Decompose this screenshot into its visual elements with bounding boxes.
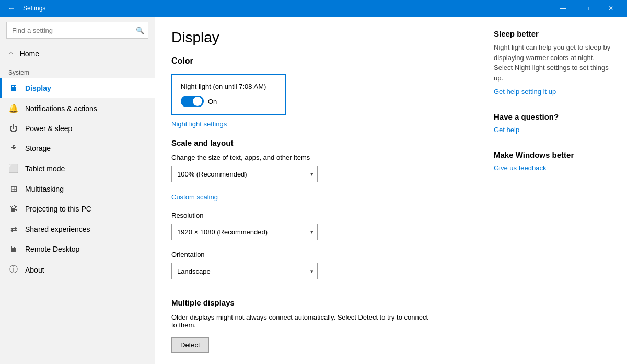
close-button[interactable]: ✕ bbox=[599, 0, 623, 17]
sidebar-item-label-shared: Shared experiences bbox=[25, 225, 90, 233]
night-light-toggle[interactable] bbox=[181, 96, 204, 107]
custom-scaling-link[interactable]: Custom scaling bbox=[171, 193, 218, 201]
shared-icon: ⇄ bbox=[8, 224, 19, 234]
sidebar-item-label-about: About bbox=[25, 266, 44, 274]
orientation-label: Orientation bbox=[171, 251, 464, 259]
scale-field-label: Change the size of text, apps, and other… bbox=[171, 154, 464, 161]
color-section-title: Color bbox=[171, 56, 464, 66]
multitasking-icon: ⊞ bbox=[8, 184, 19, 194]
remote-icon: 🖥 bbox=[8, 244, 19, 254]
titlebar-controls: — □ ✕ bbox=[551, 0, 623, 17]
sidebar-item-projecting[interactable]: 📽 Projecting to this PC bbox=[0, 199, 155, 219]
app-layout: 🔍 ⌂ Home System 🖥 Display 🔔 Notification… bbox=[0, 17, 627, 364]
sidebar-items-list: 🖥 Display 🔔 Notifications & actions ⏻ Po… bbox=[0, 78, 155, 280]
question-section: Have a question? Get help bbox=[494, 112, 614, 134]
sleep-desc: Night light can help you get to sleep by… bbox=[494, 42, 614, 83]
resolution-select-wrap: 1920 × 1080 (Recommended)1600 × 9001280 … bbox=[171, 224, 318, 240]
display-icon: 🖥 bbox=[8, 84, 19, 93]
scale-section-title: Scale and layout bbox=[171, 138, 464, 147]
multiple-displays-title: Multiple displays bbox=[171, 298, 464, 307]
titlebar: ← Settings — □ ✕ bbox=[0, 0, 627, 17]
sidebar-item-multitasking[interactable]: ⊞ Multitasking bbox=[0, 179, 155, 199]
sidebar: 🔍 ⌂ Home System 🖥 Display 🔔 Notification… bbox=[0, 17, 155, 364]
sidebar-item-power[interactable]: ⏻ Power & sleep bbox=[0, 119, 155, 138]
night-light-card: Night light (on until 7:08 AM) On bbox=[171, 74, 286, 115]
titlebar-left: ← Settings bbox=[4, 1, 45, 16]
home-nav-item[interactable]: ⌂ Home bbox=[0, 44, 155, 64]
sidebar-item-about[interactable]: ⓘ About bbox=[0, 259, 155, 280]
sidebar-item-label-storage: Storage bbox=[25, 144, 51, 152]
sleep-link[interactable]: Get help setting it up bbox=[494, 88, 556, 96]
orientation-select-wrap: LandscapePortraitLandscape (flipped)Port… bbox=[171, 263, 318, 279]
sleep-title: Sleep better bbox=[494, 29, 614, 38]
sidebar-item-label-power: Power & sleep bbox=[25, 124, 72, 133]
sidebar-item-display[interactable]: 🖥 Display bbox=[0, 78, 155, 98]
scale-select[interactable]: 100% (Recommended)125%150%175%200% bbox=[171, 166, 318, 182]
question-title: Have a question? bbox=[494, 112, 614, 121]
search-input[interactable] bbox=[6, 22, 148, 39]
projecting-icon: 📽 bbox=[8, 204, 19, 214]
multiple-displays-desc: Older displays might not always connect … bbox=[171, 313, 433, 329]
get-help-link[interactable]: Get help bbox=[494, 126, 519, 134]
toggle-row: On bbox=[181, 96, 277, 107]
storage-icon: 🗄 bbox=[8, 144, 19, 153]
system-section-label: System bbox=[0, 64, 155, 78]
sidebar-item-tablet[interactable]: ⬜ Tablet mode bbox=[0, 158, 155, 179]
night-light-settings-link[interactable]: Night light settings bbox=[171, 120, 227, 128]
home-icon: ⌂ bbox=[8, 49, 14, 58]
sidebar-item-storage[interactable]: 🗄 Storage bbox=[0, 138, 155, 158]
sidebar-item-label-display: Display bbox=[25, 84, 51, 92]
back-button[interactable]: ← bbox=[4, 1, 19, 16]
feedback-link[interactable]: Give us feedback bbox=[494, 164, 546, 172]
sidebar-item-label-notifications: Notifications & actions bbox=[25, 104, 97, 113]
sidebar-item-notifications[interactable]: 🔔 Notifications & actions bbox=[0, 98, 155, 119]
night-light-title: Night light (on until 7:08 AM) bbox=[181, 83, 277, 90]
titlebar-title: Settings bbox=[23, 5, 45, 12]
sidebar-item-label-remote: Remote Desktop bbox=[25, 245, 79, 253]
resolution-select[interactable]: 1920 × 1080 (Recommended)1600 × 9001280 … bbox=[171, 224, 318, 240]
notifications-icon: 🔔 bbox=[8, 103, 19, 113]
power-icon: ⏻ bbox=[8, 124, 19, 133]
sidebar-item-label-multitasking: Multitasking bbox=[25, 185, 64, 193]
detect-button[interactable]: Detect bbox=[171, 337, 209, 353]
minimize-button[interactable]: — bbox=[551, 0, 575, 17]
right-panel: Sleep better Night light can help you ge… bbox=[481, 17, 627, 364]
windows-section: Make Windows better Give us feedback bbox=[494, 150, 614, 172]
home-label: Home bbox=[20, 50, 39, 58]
resolution-label: Resolution bbox=[171, 212, 464, 219]
sidebar-item-remote[interactable]: 🖥 Remote Desktop bbox=[0, 239, 155, 259]
toggle-knob bbox=[193, 97, 202, 106]
orientation-select[interactable]: LandscapePortraitLandscape (flipped)Port… bbox=[171, 263, 318, 279]
main-content: Display Color Night light (on until 7:08… bbox=[155, 17, 481, 364]
scale-select-wrap: 100% (Recommended)125%150%175%200% ▾ bbox=[171, 166, 318, 182]
about-icon: ⓘ bbox=[8, 264, 19, 275]
search-icon: 🔍 bbox=[136, 27, 144, 34]
page-title: Display bbox=[171, 29, 464, 46]
sidebar-item-shared[interactable]: ⇄ Shared experiences bbox=[0, 219, 155, 239]
toggle-label: On bbox=[208, 98, 217, 105]
search-container: 🔍 bbox=[6, 22, 148, 39]
sidebar-item-label-projecting: Projecting to this PC bbox=[25, 205, 91, 213]
sidebar-item-label-tablet: Tablet mode bbox=[25, 165, 65, 173]
tablet-icon: ⬜ bbox=[8, 163, 19, 173]
maximize-button[interactable]: □ bbox=[575, 0, 599, 17]
sleep-section: Sleep better Night light can help you ge… bbox=[494, 29, 614, 96]
windows-title: Make Windows better bbox=[494, 150, 614, 159]
